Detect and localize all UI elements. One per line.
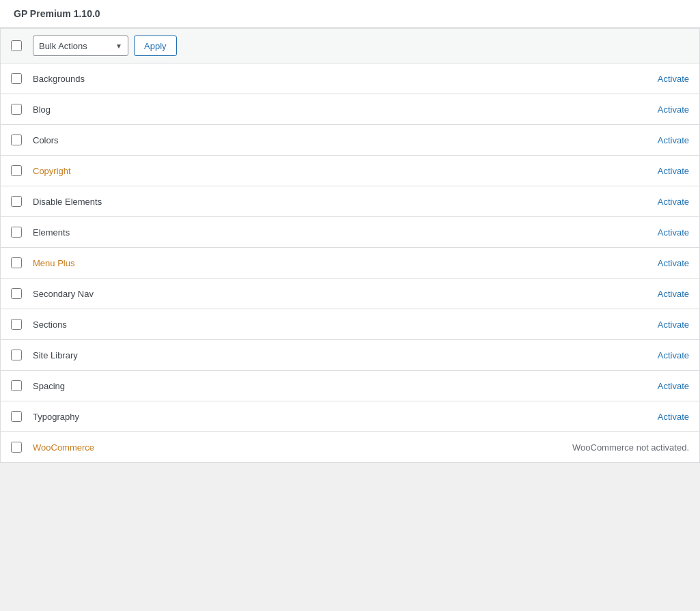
activate-link-site-library[interactable]: Activate [658,350,689,360]
plugin-header: GP Premium 1.10.0 [0,0,700,28]
plugin-list: BackgroundsActivateBlogActivateColorsAct… [1,63,699,462]
activate-link-blog[interactable]: Activate [658,104,689,115]
plugin-row: Disable ElementsActivate [1,186,699,217]
plugin-name-backgrounds: Backgrounds [33,74,658,84]
checkbox-spacing[interactable] [11,380,22,391]
chevron-down-icon: ▼ [115,42,122,50]
activate-link-backgrounds[interactable]: Activate [658,74,689,84]
checkbox-blog[interactable] [11,104,22,115]
plugin-name-spacing: Spacing [33,381,658,391]
plugin-title: GP Premium 1.10.0 [14,8,100,19]
plugin-action-copyright: Activate [658,166,689,176]
activate-link-elements[interactable]: Activate [658,227,689,238]
checkbox-elements[interactable] [11,227,22,238]
checkbox-typography[interactable] [11,411,22,422]
plugin-name-elements: Elements [33,227,658,238]
checkbox-colors[interactable] [11,134,22,145]
activate-link-copyright[interactable]: Activate [658,166,689,176]
table-container: Bulk Actions ▼ Apply BackgroundsActivate… [0,28,700,463]
plugin-action-disable-elements: Activate [658,197,689,207]
plugin-name-typography: Typography [33,412,658,422]
activate-link-typography[interactable]: Activate [658,412,689,422]
plugin-row: BackgroundsActivate [1,63,699,94]
status-text-woocommerce: WooCommerce not activated. [572,442,689,453]
plugin-action-backgrounds: Activate [658,74,689,84]
activate-link-sections[interactable]: Activate [658,319,689,330]
plugin-row: ColorsActivate [1,125,699,156]
activate-link-spacing[interactable]: Activate [658,381,689,391]
select-all-checkbox[interactable] [11,40,22,51]
checkbox-menu-plus[interactable] [11,257,22,268]
plugin-name-sections: Sections [33,319,658,330]
bulk-actions-label: Bulk Actions [39,41,87,51]
plugin-action-menu-plus: Activate [658,258,689,268]
checkbox-woocommerce[interactable] [11,442,22,453]
plugin-action-typography: Activate [658,412,689,422]
plugin-row: SectionsActivate [1,309,699,340]
plugin-action-woocommerce: WooCommerce not activated. [572,442,689,453]
plugin-action-secondary-nav: Activate [658,289,689,299]
plugin-row: WooCommerceWooCommerce not activated. [1,432,699,462]
plugin-name-copyright: Copyright [33,166,658,176]
plugin-name-woocommerce: WooCommerce [33,442,572,453]
checkbox-secondary-nav[interactable] [11,288,22,299]
checkbox-disable-elements[interactable] [11,196,22,207]
plugin-action-spacing: Activate [658,381,689,391]
plugin-name-blog: Blog [33,104,658,115]
plugin-row: Menu PlusActivate [1,248,699,279]
apply-button[interactable]: Apply [134,35,177,56]
activate-link-colors[interactable]: Activate [658,135,689,145]
checkbox-backgrounds[interactable] [11,73,22,84]
checkbox-site-library[interactable] [11,350,22,360]
plugin-action-blog: Activate [658,104,689,115]
page-wrapper: GP Premium 1.10.0 Bulk Actions ▼ Apply B… [0,0,700,611]
plugin-action-sections: Activate [658,319,689,330]
plugin-row: ElementsActivate [1,217,699,248]
activate-link-secondary-nav[interactable]: Activate [658,289,689,299]
plugin-row: SpacingActivate [1,371,699,401]
activate-link-menu-plus[interactable]: Activate [658,258,689,268]
plugin-name-secondary-nav: Secondary Nav [33,289,658,299]
plugin-action-colors: Activate [658,135,689,145]
plugin-name-disable-elements: Disable Elements [33,197,658,207]
plugin-name-site-library: Site Library [33,350,658,360]
plugin-row: BlogActivate [1,94,699,125]
plugin-row: CopyrightActivate [1,156,699,186]
plugin-row: TypographyActivate [1,401,699,432]
checkbox-copyright[interactable] [11,165,22,176]
bulk-actions-dropdown[interactable]: Bulk Actions ▼ [33,35,128,56]
activate-link-disable-elements[interactable]: Activate [658,197,689,207]
plugin-action-elements: Activate [658,227,689,238]
toolbar-row: Bulk Actions ▼ Apply [1,29,699,63]
plugin-name-menu-plus: Menu Plus [33,258,658,268]
checkbox-sections[interactable] [11,319,22,330]
plugin-row: Secondary NavActivate [1,279,699,309]
plugin-action-site-library: Activate [658,350,689,360]
plugin-name-colors: Colors [33,135,658,145]
plugin-row: Site LibraryActivate [1,340,699,371]
